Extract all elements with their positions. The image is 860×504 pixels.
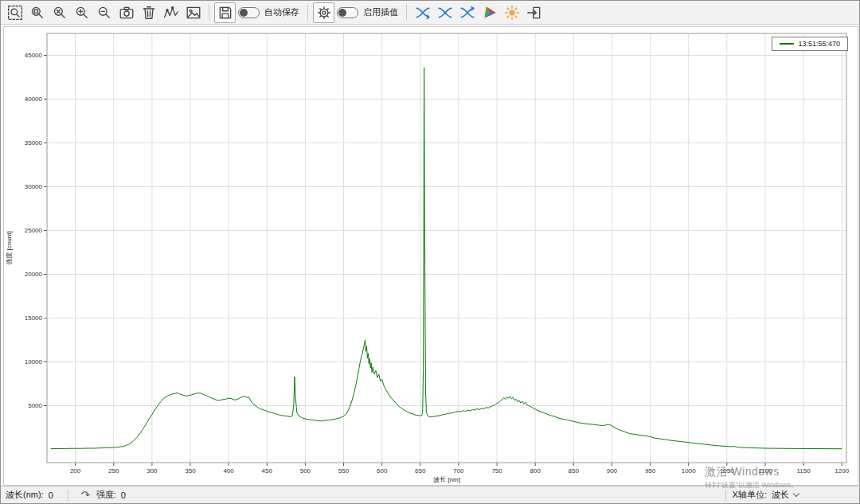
zoom-in-icon	[74, 5, 90, 21]
zoom-cancel-icon	[52, 5, 68, 21]
zoom-region-button[interactable]	[4, 2, 25, 23]
legend-label: 13:51:55:470	[798, 40, 840, 48]
spectrum-tool-1-button[interactable]	[412, 2, 433, 23]
svg-text:450: 450	[262, 467, 273, 475]
interpolation-toggle[interactable]	[337, 7, 358, 18]
statusbar-separator	[68, 490, 68, 501]
svg-text:1100: 1100	[758, 467, 772, 475]
svg-text:500: 500	[300, 467, 311, 475]
svg-text:600: 600	[377, 467, 388, 475]
camera-icon	[119, 5, 135, 21]
chart-panel: 2002503003504004505005506006507007508008…	[3, 26, 858, 486]
wavelength-readout-value: 0	[49, 490, 53, 500]
svg-text:850: 850	[569, 467, 580, 475]
svg-text:40000: 40000	[25, 96, 43, 103]
svg-text:400: 400	[223, 467, 234, 475]
x-axis-unit-value: 波长	[772, 489, 789, 501]
svg-text:200: 200	[70, 467, 81, 475]
save-floppy-icon	[217, 5, 233, 21]
save-button[interactable]	[214, 2, 236, 23]
svg-text:300: 300	[147, 467, 158, 475]
svg-text:350: 350	[185, 467, 196, 475]
crossed-curves-icon	[459, 5, 475, 21]
autosave-label: 自动保存	[264, 6, 299, 18]
toolbar: 自动保存 启用插值	[1, 1, 859, 25]
svg-text:550: 550	[338, 467, 350, 475]
legend-line-swatch	[780, 43, 794, 45]
svg-text:20000: 20000	[25, 271, 43, 278]
svg-text:1000: 1000	[682, 467, 696, 475]
svg-text:800: 800	[530, 467, 541, 475]
toggle-knob	[338, 9, 346, 17]
zoom-out-button[interactable]	[93, 2, 115, 23]
spectrum-plot[interactable]: 2002503003504004505005506006507007508008…	[4, 27, 858, 485]
x-axis-unit-label: X轴单位:	[733, 489, 767, 501]
svg-text:30000: 30000	[25, 183, 43, 190]
gear-icon	[316, 5, 332, 21]
redo-arrow-icon[interactable]: ↷	[81, 489, 90, 501]
clear-trash-button[interactable]	[138, 2, 159, 23]
sun-icon	[504, 5, 520, 21]
svg-text:10000: 10000	[25, 358, 43, 365]
zoom-fit-button[interactable]	[26, 2, 48, 23]
spectrum-tool-3-button[interactable]	[456, 2, 478, 23]
chevron-down-icon	[793, 490, 799, 497]
save-image-button[interactable]	[182, 2, 204, 23]
zoom-cancel-button[interactable]	[49, 2, 70, 23]
zoom-region-icon	[7, 5, 23, 21]
svg-text:25000: 25000	[25, 227, 43, 234]
zoom-in-button[interactable]	[71, 2, 92, 23]
svg-text:1050: 1050	[720, 467, 734, 475]
legend: 13:51:55:470	[772, 37, 848, 51]
exit-icon	[526, 5, 542, 21]
svg-text:35000: 35000	[25, 139, 43, 147]
spectrum-tool-2-button[interactable]	[434, 2, 455, 23]
toolbar-separator	[406, 5, 407, 21]
svg-text:15000: 15000	[25, 315, 43, 322]
toolbar-separator	[209, 5, 209, 21]
svg-text:1150: 1150	[796, 467, 811, 475]
color-analysis-button[interactable]	[479, 2, 500, 23]
svg-text:900: 900	[607, 467, 618, 475]
svg-text:波长 [nm]: 波长 [nm]	[433, 476, 460, 483]
svg-text:700: 700	[453, 467, 464, 475]
svg-text:250: 250	[108, 467, 119, 475]
svg-text:650: 650	[415, 467, 426, 475]
settings-button[interactable]	[313, 2, 334, 23]
autosave-toggle[interactable]	[238, 7, 260, 18]
statusbar-separator	[725, 490, 726, 501]
image-icon	[186, 5, 201, 21]
peak-search-button[interactable]	[160, 2, 182, 23]
color-triangle-icon	[482, 5, 498, 21]
exit-button[interactable]	[523, 2, 545, 23]
intensity-readout-label: 强度:	[96, 489, 116, 501]
svg-text:5000: 5000	[28, 402, 42, 409]
status-bar: 波长(nm): 0 ↷ 强度: 0 X轴单位: 波长	[1, 486, 859, 503]
trash-icon	[141, 5, 157, 21]
svg-text:1200: 1200	[835, 467, 849, 475]
intensity-readout-value: 0	[121, 490, 126, 500]
crossed-curves-icon	[437, 5, 453, 21]
interpolation-label: 启用插值	[363, 6, 398, 18]
zoom-fit-icon	[29, 5, 45, 21]
svg-text:750: 750	[491, 467, 502, 475]
toolbar-separator	[307, 5, 308, 21]
x-axis-unit-dropdown[interactable]: 波长	[772, 489, 799, 501]
peaks-icon	[163, 5, 179, 21]
spectrometer-app-window: 自动保存 启用插值	[0, 0, 860, 504]
irradiance-button[interactable]	[501, 2, 522, 23]
crossed-curves-icon	[415, 5, 431, 21]
svg-text:强度 [count]: 强度 [count]	[6, 231, 13, 264]
svg-text:950: 950	[645, 467, 656, 475]
zoom-out-icon	[96, 5, 112, 21]
svg-text:45000: 45000	[25, 52, 43, 59]
camera-button[interactable]	[115, 2, 137, 23]
toggle-knob	[240, 9, 248, 17]
wavelength-readout-label: 波长(nm):	[6, 489, 44, 501]
